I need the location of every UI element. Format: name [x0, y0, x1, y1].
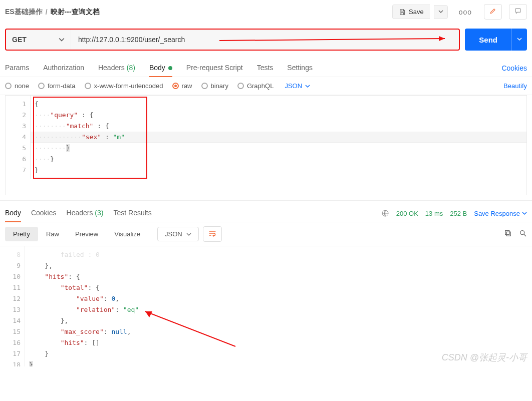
- wrap-lines-button[interactable]: [203, 226, 222, 242]
- tab-settings[interactable]: Settings: [287, 60, 313, 77]
- http-method-label: GET: [12, 36, 27, 44]
- body-type-row: none form-data x-www-form-urlencoded raw…: [0, 77, 532, 95]
- response-status: 200 OK: [396, 210, 418, 217]
- response-time: 13 ms: [425, 210, 443, 217]
- svg-point-5: [520, 231, 524, 235]
- request-tabs: Params Authorization Headers (8) Body Pr…: [0, 56, 532, 77]
- response-size: 252 B: [450, 210, 467, 217]
- save-label: Save: [409, 8, 424, 16]
- response-code[interactable]: failed : 0 }, "hits": { "total": { "valu…: [25, 246, 532, 366]
- response-body-editor[interactable]: 89101112131415161718 failed : 0 }, "hits…: [0, 246, 532, 366]
- editor-code[interactable]: { ····"query" : { ········"match" : { ··…: [31, 96, 526, 179]
- comment-icon: [514, 8, 521, 15]
- request-body-editor[interactable]: 1234567 { ····"query" : { ········"match…: [5, 95, 527, 195]
- send-group: Send: [465, 29, 527, 51]
- svg-rect-4: [505, 231, 509, 235]
- chevron-down-icon: [305, 84, 310, 89]
- method-url-group: GET http://127.0.0.1:9200/user/_search: [5, 29, 460, 51]
- body-type-urlencoded[interactable]: x-www-form-urlencoded: [85, 82, 163, 90]
- tab-authorization[interactable]: Authorization: [43, 60, 84, 77]
- breadcrumb: ES基础操作 / 映射---查询文档: [5, 8, 388, 17]
- save-button[interactable]: Save: [392, 5, 430, 19]
- beautify-link[interactable]: Beautify: [503, 82, 527, 90]
- response-tab-cookies[interactable]: Cookies: [31, 205, 57, 222]
- response-header: Body Cookies Headers (3) Test Results 20…: [0, 200, 532, 222]
- wrap-icon: [208, 230, 216, 237]
- request-row: GET http://127.0.0.1:9200/user/_search S…: [0, 24, 532, 56]
- body-type-raw[interactable]: raw: [172, 82, 192, 90]
- edit-button[interactable]: [484, 4, 502, 20]
- save-icon: [399, 9, 406, 16]
- search-icon: [519, 229, 527, 237]
- tab-headers[interactable]: Headers (8): [98, 60, 135, 77]
- chevron-down-icon: [59, 37, 65, 43]
- svg-marker-1: [439, 36, 445, 41]
- tab-prerequest-script[interactable]: Pre-request Script: [186, 60, 243, 77]
- send-dropdown-button[interactable]: [511, 29, 527, 51]
- copy-icon: [504, 229, 512, 237]
- body-type-graphql[interactable]: GraphQL: [237, 82, 274, 90]
- send-button[interactable]: Send: [465, 29, 511, 51]
- tab-tests[interactable]: Tests: [257, 60, 274, 77]
- search-response-button[interactable]: [519, 229, 527, 239]
- save-dropdown-button[interactable]: [434, 5, 448, 19]
- response-gutter: 89101112131415161718: [0, 246, 25, 366]
- pencil-icon: [489, 8, 496, 15]
- chevron-down-icon: [438, 9, 443, 14]
- svg-line-0: [219, 39, 445, 41]
- svg-rect-3: [506, 232, 510, 236]
- red-arrow-annotation: [219, 35, 450, 45]
- response-tab-headers[interactable]: Headers (3): [67, 205, 104, 222]
- svg-marker-8: [145, 311, 152, 317]
- more-actions-button[interactable]: ooo: [454, 5, 477, 19]
- svg-line-6: [524, 234, 526, 236]
- comment-button[interactable]: [509, 4, 527, 20]
- view-pretty[interactable]: Pretty: [5, 227, 38, 241]
- url-input[interactable]: http://127.0.0.1:9200/user/_search: [71, 30, 210, 50]
- response-tools: [504, 229, 527, 239]
- breadcrumb-root[interactable]: ES基础操作: [5, 8, 43, 17]
- editor-gutter: 1234567: [6, 96, 31, 179]
- body-format-select[interactable]: JSON: [285, 82, 310, 90]
- url-text: http://127.0.0.1:9200/user/_search: [78, 36, 185, 44]
- chevron-down-icon: [186, 232, 191, 237]
- save-response-button[interactable]: Save Response: [474, 210, 527, 217]
- body-type-form-data[interactable]: form-data: [38, 82, 76, 90]
- red-arrow-annotation-2: [140, 306, 250, 351]
- body-modified-dot: [168, 66, 172, 70]
- body-type-none[interactable]: none: [5, 82, 29, 90]
- response-tab-body[interactable]: Body: [5, 205, 21, 222]
- breadcrumb-sep: /: [46, 8, 48, 16]
- response-format-select[interactable]: JSON: [157, 227, 199, 241]
- response-view-bar: Pretty Raw Preview Visualize JSON: [0, 222, 532, 246]
- cookies-link[interactable]: Cookies: [501, 64, 527, 72]
- body-type-binary[interactable]: binary: [201, 82, 228, 90]
- tab-body[interactable]: Body: [149, 60, 172, 77]
- chevron-down-icon: [517, 37, 522, 42]
- svg-line-7: [145, 311, 235, 346]
- top-bar: ES基础操作 / 映射---查询文档 Save ooo: [0, 0, 532, 24]
- tab-params[interactable]: Params: [5, 60, 29, 77]
- breadcrumb-current: 映射---查询文档: [51, 8, 100, 17]
- view-visualize[interactable]: Visualize: [106, 227, 148, 241]
- chevron-down-icon: [522, 211, 527, 216]
- http-method-select[interactable]: GET: [6, 30, 71, 50]
- copy-response-button[interactable]: [504, 229, 512, 239]
- view-raw[interactable]: Raw: [38, 227, 67, 241]
- response-tab-test-results[interactable]: Test Results: [113, 205, 151, 222]
- globe-icon[interactable]: [381, 209, 389, 217]
- view-preview[interactable]: Preview: [67, 227, 106, 241]
